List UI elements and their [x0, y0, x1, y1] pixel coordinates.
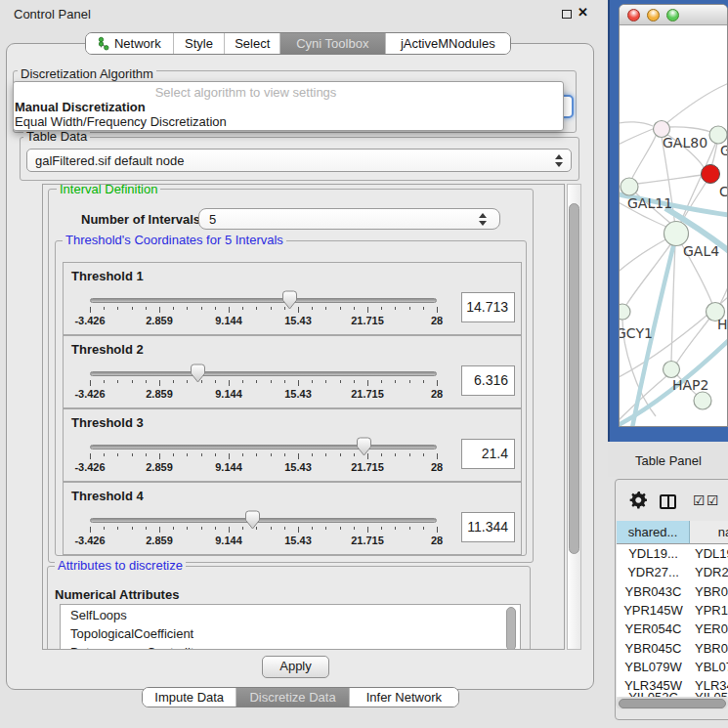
tick-minor [173, 307, 174, 310]
checkbox-1-icon[interactable]: ☑ [693, 492, 706, 508]
network-edge[interactable] [668, 127, 710, 132]
zoom-traffic-icon[interactable] [666, 9, 679, 21]
column-header-name[interactable]: name [690, 521, 728, 544]
cell-shared-name: YBR045C [617, 639, 690, 658]
tick-minor [187, 307, 188, 310]
tick-minor [104, 380, 105, 383]
threshold-label: Threshold 4 [71, 489, 144, 503]
threshold-value-field[interactable]: 14.713 [461, 292, 515, 322]
tick-major [437, 307, 438, 313]
table-data-combobox[interactable]: galFiltered.sif default node [26, 149, 572, 172]
apply-button[interactable]: Apply [262, 656, 329, 678]
tick-major [298, 527, 299, 533]
column-header-shared[interactable]: shared... [617, 521, 690, 544]
tick-major [90, 527, 91, 533]
dropdown-option[interactable]: Equal Width/Frequency Discretization [15, 114, 227, 129]
table-row[interactable]: YBR045CYBR045C [617, 639, 728, 658]
numerical-attributes-list[interactable]: SelfLoopsTopologicalCoefficientBetweenne… [60, 604, 521, 650]
network-node[interactable] [664, 222, 689, 246]
network-edge[interactable] [620, 129, 653, 150]
network-edge[interactable] [620, 122, 653, 126]
slider-track[interactable] [90, 371, 437, 376]
tick-label: 2.859 [135, 315, 184, 326]
tab-discretize-data[interactable]: Discretize Data [236, 688, 349, 707]
tick-major [437, 527, 438, 533]
close-icon[interactable]: ✕ [578, 5, 588, 20]
cell-shared-name: YBR043C [617, 582, 690, 601]
tick-major [229, 307, 230, 313]
network-canvas[interactable]: GAL80GCGAL11GAL4HGCY1HAP2 [620, 25, 728, 427]
tick-minor [340, 307, 341, 310]
network-edge[interactable] [665, 83, 728, 124]
tick-label: 28 [412, 461, 461, 473]
tick-minor [409, 380, 410, 383]
table-row[interactable]: YDL19...YDL19 [617, 544, 728, 563]
network-node[interactable] [694, 392, 711, 409]
tab-network[interactable]: Network [86, 33, 174, 54]
threshold-value-field[interactable]: 11.344 [461, 512, 515, 542]
tick-minor [325, 307, 326, 310]
network-node[interactable] [702, 165, 720, 184]
tick-minor [173, 527, 174, 530]
list-item[interactable]: TopologicalCoefficient [70, 626, 193, 641]
slider-track[interactable] [90, 298, 437, 303]
slider-thumb[interactable] [356, 437, 372, 456]
minimize-traffic-icon[interactable] [647, 9, 660, 21]
network-edge[interactable] [620, 237, 669, 280]
number-of-intervals-spinner[interactable]: 5 [198, 208, 500, 230]
gear-icon[interactable] [629, 492, 647, 509]
tick-minor [104, 307, 105, 310]
tab-select[interactable]: Select [225, 33, 280, 54]
list-item[interactable]: SelfLoops [70, 608, 127, 622]
tick-minor [146, 307, 147, 310]
tick-label: 2.859 [135, 388, 184, 400]
settings-scrollbar-thumb[interactable] [569, 203, 579, 554]
tab-cyni-toolbox[interactable]: Cyni Toolbox [280, 33, 386, 54]
tab-style[interactable]: Style [174, 33, 226, 54]
network-node[interactable] [620, 304, 630, 320]
table-row[interactable]: YPR145WYPR145W [617, 601, 728, 620]
list-scrollbar-thumb[interactable] [506, 607, 516, 650]
table-row[interactable]: YDR27...YDR27 [617, 563, 728, 581]
table-row[interactable]: YER054CYER054C [617, 620, 728, 638]
network-node[interactable] [664, 362, 680, 378]
checkbox-2-icon[interactable]: ☑ [707, 492, 719, 508]
network-edge[interactable] [632, 136, 656, 178]
slider-track[interactable] [90, 518, 437, 523]
tab-impute-data[interactable]: Impute Data [143, 688, 236, 707]
close-traffic-icon[interactable] [627, 9, 640, 21]
tick-label: 21.715 [343, 315, 392, 326]
tick-minor [201, 307, 202, 310]
table-row[interactable]: YBL079WYBL079W [617, 658, 728, 676]
tick-label: 9.144 [204, 388, 253, 400]
tick-minor [271, 527, 272, 530]
tick-label: -3.426 [65, 388, 114, 400]
dropdown-option[interactable]: Manual Discretization [15, 100, 146, 114]
table-row[interactable]: YIL052CYIL052C [617, 688, 728, 697]
network-node-label: C [719, 184, 728, 199]
network-edge[interactable] [671, 244, 675, 362]
tick-minor [117, 307, 118, 310]
slider-track[interactable] [90, 445, 437, 450]
threshold-value-field[interactable]: 6.316 [461, 365, 515, 396]
tab-jactivemnodules[interactable]: jActiveMNodules [386, 33, 510, 54]
network-node[interactable] [621, 178, 638, 195]
threshold-value-field[interactable]: 21.4 [461, 439, 515, 469]
tick-minor [187, 380, 188, 383]
columns-icon[interactable] [660, 494, 676, 509]
slider-thumb[interactable] [190, 364, 206, 383]
top-tab-bar: NetworkStyleSelectCyni ToolboxjActiveMNo… [85, 32, 511, 55]
list-item[interactable]: BetweennessCentrality [70, 645, 200, 650]
tick-minor [395, 527, 396, 530]
float-icon[interactable] [562, 10, 572, 19]
tab-infer-network[interactable]: Infer Network [350, 688, 458, 707]
threshold-panel: Threshold 2-3.4262.8599.14415.4321.71528… [63, 335, 522, 408]
slider-thumb[interactable] [281, 290, 298, 310]
table-row[interactable]: YBR043CYBR043C [617, 582, 728, 601]
tick-minor [256, 307, 257, 310]
table-hscrollbar-thumb[interactable] [619, 699, 726, 708]
slider-thumb[interactable] [244, 510, 261, 530]
network-node[interactable] [709, 126, 727, 144]
tick-label: 15.43 [274, 535, 322, 546]
network-edge[interactable] [676, 319, 709, 364]
